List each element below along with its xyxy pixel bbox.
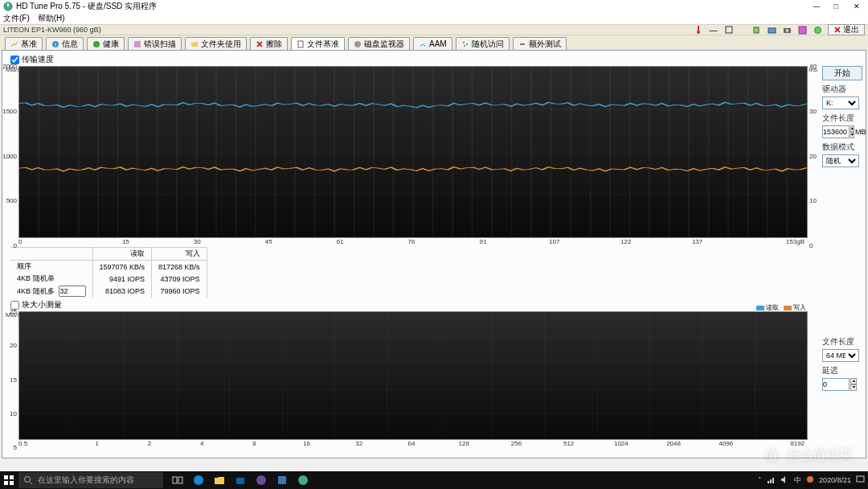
queue-depth-input[interactable] <box>59 286 86 297</box>
svg-rect-5 <box>754 27 759 33</box>
edge-icon[interactable] <box>190 472 207 488</box>
tab-random[interactable]: 随机访问 <box>456 37 510 50</box>
tabbar: 基准 i信息 健康 错误扫描 文件夹使用 擦除 文件基准 磁盘监视器 AAM 随… <box>0 35 868 50</box>
delay-label: 延迟 <box>822 365 862 376</box>
svg-rect-64 <box>10 475 14 479</box>
app-icon-1[interactable] <box>253 472 269 488</box>
svg-line-68 <box>30 482 32 484</box>
svg-rect-6 <box>768 28 776 33</box>
svg-point-10 <box>815 27 821 33</box>
close-button[interactable]: ✕ <box>845 0 868 13</box>
svg-point-67 <box>25 477 31 483</box>
tab-aam[interactable]: AAM <box>413 37 452 50</box>
save-icon[interactable] <box>797 25 808 35</box>
filelen2-select[interactable]: 64 MB <box>822 349 859 362</box>
drive-label: 驱动器 <box>822 84 862 95</box>
copy-icon[interactable] <box>751 25 762 35</box>
taskview-icon[interactable] <box>170 472 186 488</box>
filelen-input[interactable] <box>822 125 850 138</box>
svg-point-71 <box>194 475 203 485</box>
svg-point-8 <box>786 29 789 32</box>
svg-rect-2 <box>698 26 699 31</box>
minimize-button[interactable]: — <box>807 0 826 13</box>
search-icon <box>23 475 33 485</box>
tab-health[interactable]: 健康 <box>87 37 125 50</box>
drive-select[interactable]: K: <box>822 97 859 109</box>
tab-folderusage[interactable]: 文件夹使用 <box>185 37 247 50</box>
menubar: 文件(F) 帮助(H) <box>0 13 868 24</box>
svg-rect-63 <box>4 475 8 479</box>
pattern-label: 数据模式 <box>822 142 862 153</box>
svg-rect-15 <box>298 41 303 47</box>
tray-ime-icon[interactable]: 中 <box>794 475 801 486</box>
filelen-label: 文件长度 <box>822 113 862 124</box>
temperature-icon[interactable] <box>693 25 703 35</box>
device-row: LITEON EP1-KW960 (960 gB) — 退出 <box>0 24 868 35</box>
tab-extra[interactable]: 额外测试 <box>513 37 567 50</box>
svg-point-17 <box>463 42 465 43</box>
tab-errorscan[interactable]: 错误扫描 <box>128 37 182 50</box>
svg-point-79 <box>807 476 813 483</box>
svg-rect-9 <box>799 27 806 34</box>
tab-info[interactable]: i信息 <box>46 37 84 50</box>
svg-rect-78 <box>772 478 774 483</box>
svg-point-18 <box>466 43 468 45</box>
svg-rect-72 <box>236 478 244 484</box>
tab-filebenchmark[interactable]: 文件基准 <box>291 37 345 50</box>
tray-network-icon[interactable] <box>767 475 776 486</box>
svg-rect-4 <box>726 27 732 33</box>
transfer-speed-label: 传输速度 <box>22 54 54 65</box>
store-icon[interactable] <box>232 472 248 488</box>
hdtune-taskbar-icon[interactable] <box>295 472 311 488</box>
svg-point-16 <box>354 41 361 47</box>
filelen-spinner[interactable]: ▴▾ <box>850 125 854 138</box>
camera-icon[interactable] <box>782 25 792 35</box>
svg-rect-66 <box>10 481 14 485</box>
menu-help[interactable]: 帮助(H) <box>38 13 65 24</box>
tab-erase[interactable]: 擦除 <box>250 37 288 50</box>
tray-volume-icon[interactable] <box>780 475 789 486</box>
window-titlebar: HD Tune Pro 5.75 - 硬盘/SSD 实用程序 — □ ✕ <box>0 0 868 13</box>
svg-point-13 <box>93 41 100 47</box>
tab-benchmark[interactable]: 基准 <box>5 37 43 50</box>
exit-button[interactable]: 退出 <box>828 24 865 35</box>
filelen2-label: 文件长度 <box>822 336 862 347</box>
transfer-chart: MB/s ms 0153045617691107122137153gB 2000… <box>6 66 817 245</box>
device-selector[interactable]: LITEON EP1-KW960 (960 gB) <box>3 26 101 34</box>
start-button-win[interactable] <box>0 471 18 489</box>
app-icon <box>3 2 13 11</box>
tray-clock[interactable]: 2020/8/21 <box>819 476 851 484</box>
square-icon[interactable] <box>723 25 734 35</box>
taskbar: 在这里输入你要搜索的内容 ˄ 中 2020/8/21 <box>0 471 868 489</box>
content-panel: 传输速度 MB/s ms 0153045617691107122137153gB… <box>2 50 866 458</box>
notification-icon[interactable] <box>856 475 865 486</box>
start-button[interactable]: 开始 <box>822 66 862 80</box>
pattern-select[interactable]: 随机 <box>822 154 859 167</box>
svg-point-3 <box>697 31 700 34</box>
minus-icon[interactable]: — <box>708 25 719 35</box>
tab-diskmonitor[interactable]: 磁盘监视器 <box>348 37 410 50</box>
settings-icon[interactable] <box>813 25 823 35</box>
menu-file[interactable]: 文件(F) <box>3 13 30 24</box>
exit-label: 退出 <box>843 24 859 35</box>
svg-rect-80 <box>857 476 864 482</box>
results-table: 读取写入 顺序1597076 KB/s817268 KB/s 4KB 随机单94… <box>10 247 817 298</box>
tray-app-icon[interactable] <box>806 475 814 485</box>
svg-rect-74 <box>278 476 286 484</box>
screenshot-icon[interactable] <box>767 25 777 35</box>
svg-rect-14 <box>134 41 141 47</box>
app-icon-2[interactable] <box>274 472 290 488</box>
taskbar-search[interactable]: 在这里输入你要搜索的内容 <box>18 472 163 488</box>
delay-input[interactable] <box>822 378 850 391</box>
filelen-unit: MB <box>855 128 866 136</box>
svg-point-19 <box>464 45 465 47</box>
blocksize-label: 块大小测量 <box>22 299 62 310</box>
maximize-button[interactable]: □ <box>826 0 845 13</box>
tray-arrow-icon[interactable]: ˄ <box>758 476 762 484</box>
explorer-icon[interactable] <box>211 472 227 488</box>
delay-spinner[interactable]: ▴▾ <box>850 378 857 391</box>
svg-rect-1 <box>7 3 9 6</box>
svg-rect-70 <box>178 477 182 483</box>
svg-point-73 <box>256 475 266 485</box>
search-placeholder: 在这里输入你要搜索的内容 <box>38 475 134 486</box>
